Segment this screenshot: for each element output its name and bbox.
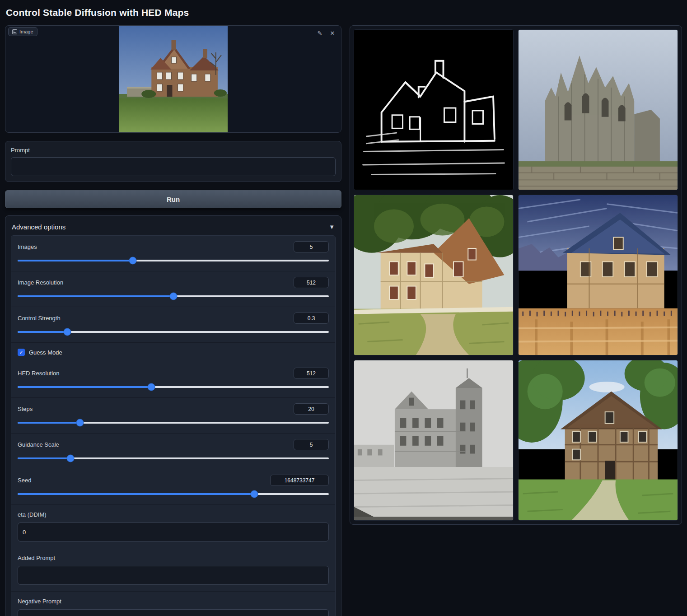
images-slider[interactable] bbox=[18, 257, 329, 265]
image-icon bbox=[12, 29, 17, 34]
control-strength-slider[interactable] bbox=[18, 328, 329, 336]
negative-prompt-row: Negative Prompt bbox=[11, 592, 335, 616]
slider-track[interactable] bbox=[18, 260, 329, 261]
steps-slider[interactable] bbox=[18, 419, 329, 427]
gallery-item-bw-historic-building[interactable] bbox=[354, 360, 514, 521]
gallery-item-hed-edge-map[interactable] bbox=[354, 29, 514, 190]
steps-row: Steps bbox=[11, 398, 335, 434]
added-prompt-row: Added Prompt bbox=[11, 548, 335, 592]
guidance-scale-value-input[interactable] bbox=[294, 439, 329, 450]
added-prompt-input[interactable] bbox=[18, 566, 329, 585]
edit-image-button[interactable]: ✎ bbox=[315, 28, 325, 38]
advanced-options-title: Advanced options bbox=[12, 223, 65, 231]
slider-thumb[interactable] bbox=[67, 455, 74, 462]
hed-resolution-row: HED Resolution bbox=[11, 362, 335, 398]
slider-track[interactable] bbox=[18, 422, 329, 424]
eta-row: eta (DDIM) bbox=[11, 505, 335, 548]
gallery-item-timber-house[interactable] bbox=[518, 360, 678, 521]
prompt-label: Prompt bbox=[11, 147, 336, 154]
seed-label: Seed bbox=[18, 477, 31, 484]
image-upload-area[interactable]: Image ✎ ✕ bbox=[5, 25, 341, 133]
eta-input[interactable] bbox=[18, 523, 329, 541]
hed-resolution-slider[interactable] bbox=[18, 383, 329, 391]
guidance-scale-row: Guidance Scale bbox=[11, 434, 335, 469]
advanced-options-panel: Advanced options ▼ Images bbox=[5, 215, 341, 616]
gallery-item-stone-cathedral[interactable] bbox=[518, 29, 678, 190]
slider-track[interactable] bbox=[18, 386, 329, 388]
guess-mode-row: ✓ Guess Mode bbox=[11, 343, 335, 362]
advanced-options-header[interactable]: Advanced options ▼ bbox=[11, 221, 336, 235]
chevron-down-icon[interactable]: ▼ bbox=[329, 224, 335, 230]
clear-image-button[interactable]: ✕ bbox=[327, 28, 337, 38]
images-label: Images bbox=[18, 243, 37, 250]
guidance-scale-label: Guidance Scale bbox=[18, 441, 59, 448]
steps-label: Steps bbox=[18, 406, 33, 412]
hed-resolution-label: HED Resolution bbox=[18, 370, 60, 377]
output-column bbox=[350, 25, 682, 525]
gallery-item-stylized-building-painting[interactable] bbox=[518, 195, 678, 355]
guess-mode-checkbox[interactable]: ✓ bbox=[18, 349, 25, 356]
control-strength-row: Control Strength bbox=[11, 307, 335, 343]
eta-label: eta (DDIM) bbox=[18, 511, 329, 518]
images-row: Images bbox=[11, 236, 335, 271]
hed-resolution-value-input[interactable] bbox=[294, 368, 329, 379]
output-gallery bbox=[350, 25, 682, 525]
slider-thumb[interactable] bbox=[251, 491, 257, 498]
control-strength-value-input[interactable] bbox=[294, 313, 329, 324]
page-title: Control Stable Diffusion with HED Maps bbox=[6, 7, 682, 18]
image-resolution-row: Image Resolution bbox=[11, 271, 335, 307]
steps-value-input[interactable] bbox=[294, 403, 329, 415]
pencil-icon: ✎ bbox=[318, 30, 322, 37]
stone-cathedral-image bbox=[519, 30, 678, 190]
slider-thumb[interactable] bbox=[170, 293, 177, 300]
run-button[interactable]: Run bbox=[5, 190, 341, 208]
slider-track[interactable] bbox=[18, 457, 329, 459]
slider-thumb[interactable] bbox=[129, 257, 136, 264]
image-resolution-slider[interactable] bbox=[18, 292, 329, 300]
controls-column: Image ✎ ✕ bbox=[5, 25, 341, 616]
slider-track[interactable] bbox=[18, 493, 329, 495]
check-icon: ✓ bbox=[19, 350, 23, 355]
advanced-options-group: Images Image Resolution bbox=[11, 235, 336, 616]
images-value-input[interactable] bbox=[294, 241, 329, 252]
gallery-item-country-house-painting[interactable] bbox=[354, 195, 514, 355]
seed-row: Seed bbox=[11, 469, 335, 505]
image-chip-label: Image bbox=[19, 29, 33, 34]
added-prompt-label: Added Prompt bbox=[18, 555, 329, 561]
slider-thumb[interactable] bbox=[64, 329, 71, 336]
image-chip: Image bbox=[8, 27, 37, 36]
prompt-block: Prompt bbox=[5, 141, 341, 182]
country-house-painting-image bbox=[354, 195, 513, 355]
bw-historic-building-image bbox=[354, 360, 513, 520]
guidance-scale-slider[interactable] bbox=[18, 454, 329, 462]
slider-thumb[interactable] bbox=[76, 420, 83, 426]
image-resolution-label: Image Resolution bbox=[18, 279, 63, 286]
seed-slider[interactable] bbox=[18, 490, 329, 498]
close-icon: ✕ bbox=[330, 30, 335, 37]
stylized-building-painting-image bbox=[519, 195, 678, 355]
app-page: Control Stable Diffusion with HED Maps I… bbox=[0, 0, 687, 616]
seed-value-input[interactable] bbox=[270, 475, 329, 486]
control-strength-label: Control Strength bbox=[18, 315, 61, 322]
image-resolution-value-input[interactable] bbox=[294, 277, 329, 288]
negative-prompt-label: Negative Prompt bbox=[18, 598, 329, 605]
negative-prompt-input[interactable] bbox=[18, 609, 329, 616]
uploaded-house-photo bbox=[119, 25, 228, 133]
guess-mode-label: Guess Mode bbox=[29, 349, 62, 356]
slider-thumb[interactable] bbox=[148, 384, 155, 391]
timber-house-image bbox=[519, 360, 678, 520]
prompt-input[interactable] bbox=[11, 157, 336, 176]
hed-edge-map-image bbox=[354, 30, 513, 190]
